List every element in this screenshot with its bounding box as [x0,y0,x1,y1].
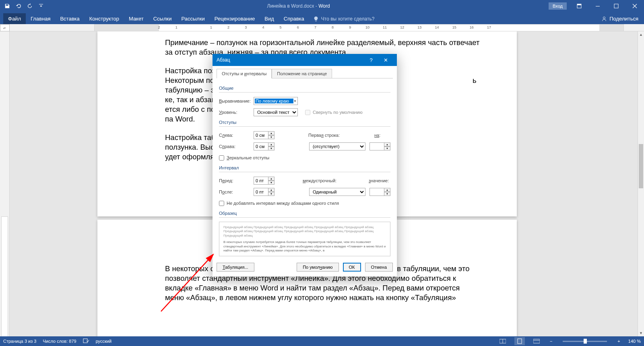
combo-outline-level[interactable]: Основной текст [254,108,298,116]
section-indentation: Отступы [219,120,390,128]
spinner-at[interactable]: ▲▼ [369,188,390,196]
cancel-button[interactable]: Отмена [365,263,393,272]
zoom-level[interactable]: 140 % [628,339,641,344]
label-alignment: Выравнивание: [219,99,254,103]
section-preview: Образец [219,211,390,218]
label-line-spacing: междустрочный: [303,178,349,183]
tabs-button[interactable]: Табуляция... [217,263,254,272]
tab-line-page-breaks[interactable]: Положение на странице [272,69,332,78]
svg-rect-3 [614,4,618,8]
spinner-indent-right[interactable]: ▲▼ [254,142,275,150]
spinner-indent-left[interactable]: ▲▼ [254,131,275,139]
window-title: Линейка в Word.docx - Word [48,3,549,9]
svg-point-4 [603,16,605,19]
checkbox-mirror-indents[interactable]: Зеркальные отступы [219,155,269,161]
tab-view[interactable]: Вид [260,13,279,24]
undo-button[interactable] [14,1,23,11]
dialog-titlebar[interactable]: Абзац ? ✕ [213,54,397,66]
spinner-by-indent[interactable]: ▲▼ [369,142,390,150]
vertical-scrollbar[interactable]: ▲ ▼ [638,31,644,336]
signin-button[interactable]: Вход [549,2,567,10]
tab-references[interactable]: Ссылки [149,13,177,24]
tab-indents-spacing[interactable]: Отступы и интервалы [217,69,272,78]
minimize-button[interactable] [588,0,607,12]
paragraph-dialog: Абзац ? ✕ Отступы и интервалы Положение … [213,54,397,276]
status-language[interactable]: русский [96,339,111,344]
combo-line-spacing[interactable]: Одинарный [309,188,365,196]
tab-help[interactable]: Справка [279,13,309,24]
label-space-after: После: [219,189,254,194]
zoom-slider[interactable] [563,341,607,342]
label-by: на: [374,133,390,138]
tab-file[interactable]: Файл [3,13,26,24]
spinner-space-after[interactable]: ▲▼ [254,188,275,196]
status-page[interactable]: Страница 3 из 3 [3,339,36,344]
set-default-button[interactable]: По умолчанию [297,263,339,272]
view-print-layout[interactable] [514,337,525,345]
tab-selector[interactable]: ⌐ [0,24,10,31]
tab-review[interactable]: Рецензирование [210,13,260,24]
tell-me-search[interactable]: Что вы хотите сделать? [309,14,379,24]
tab-layout[interactable]: Макет [124,13,149,24]
status-bar: Страница 3 из 3 Число слов: 879 русский … [0,336,644,346]
label-at: значение: [369,178,390,183]
svg-rect-9 [518,339,522,344]
svg-rect-1 [577,4,581,5]
dialog-tabs: Отступы и интервалы Положение на страниц… [213,66,397,78]
preview-box: Предыдущий абзац Предыдущий абзац Предыд… [219,222,390,256]
view-read-mode[interactable] [497,337,508,345]
vertical-ruler[interactable] [0,31,10,336]
maximize-button[interactable] [607,0,625,12]
label-space-before: Перед: [219,178,254,183]
scroll-down-button[interactable]: ▼ [638,330,644,336]
save-button[interactable] [2,1,12,11]
section-general: Общие [219,86,390,93]
tab-insert[interactable]: Вставка [55,13,84,24]
label-indent-left: Слева: [219,133,254,138]
svg-rect-10 [533,339,540,343]
checkbox-collapse-default: Свернуть по умолчанию [305,110,363,115]
qat-customize-button[interactable] [36,1,46,11]
zoom-out-button[interactable]: − [548,339,554,344]
spinner-space-before[interactable]: ▲▼ [254,177,275,185]
scroll-up-button[interactable]: ▲ [638,31,644,38]
dialog-help-button[interactable]: ? [364,54,378,66]
horizontal-ruler-bar: ⌐ 211234567891011121314151617 [0,24,644,31]
zoom-in-button[interactable]: + [616,339,621,344]
tab-home[interactable]: Главная [26,13,55,24]
document-name: Линейка в Word.docx [267,3,314,9]
dialog-title: Абзац [217,57,364,63]
combo-alignment[interactable]: По левому краю ▼ [254,97,298,105]
combo-first-line[interactable]: (отсутствует) [309,142,365,150]
ok-button[interactable]: ОК [343,263,361,272]
checkbox-no-extra-space[interactable]: Не добавлять интервал между абзацами одн… [219,201,339,206]
quick-access-toolbar [0,1,48,11]
status-spellcheck-icon[interactable] [83,338,89,344]
app-name: Word [318,3,330,9]
status-word-count[interactable]: Число слов: 879 [43,339,76,344]
ribbon-tabs: Файл Главная Вставка Конструктор Макет С… [0,12,644,24]
horizontal-ruler[interactable]: 211234567891011121314151617 [10,24,644,31]
close-button[interactable] [625,0,644,12]
section-spacing: Интервал [219,165,390,173]
share-icon [601,16,607,22]
ribbon-display-options-button[interactable] [570,0,588,12]
svg-rect-2 [596,6,600,6]
label-outline-level: Уровень: [219,110,254,115]
titlebar: Линейка в Word.docx - Word Вход [0,0,644,12]
redo-button[interactable] [25,1,35,11]
dialog-close-button[interactable]: ✕ [378,54,393,66]
view-web-layout[interactable] [531,337,542,345]
label-indent-right: Справа: [219,144,254,149]
label-first-line: Первая строка: [308,133,355,138]
tab-design[interactable]: Конструктор [85,13,124,24]
share-button[interactable]: Поделиться [596,13,644,24]
tab-mailings[interactable]: Рассылки [176,13,209,24]
lightbulb-icon [313,16,319,22]
scroll-thumb[interactable] [639,144,643,188]
